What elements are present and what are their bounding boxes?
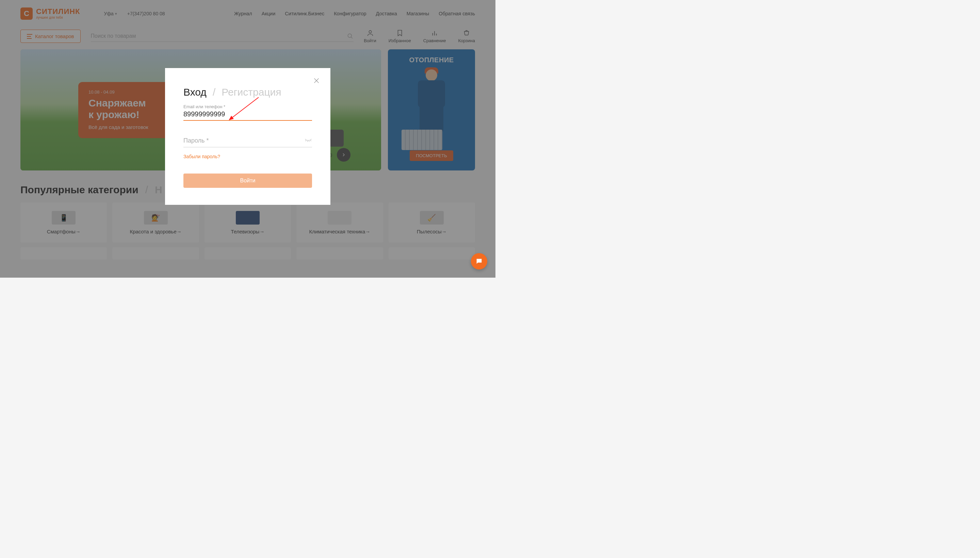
chat-icon (475, 258, 483, 265)
login-modal: Вход / Регистрация Email или телефон * З… (165, 68, 330, 205)
svg-line-10 (309, 141, 309, 142)
tab-sep: / (213, 87, 215, 98)
svg-line-9 (307, 141, 308, 142)
password-field-wrap (184, 136, 312, 147)
password-field[interactable] (184, 136, 312, 147)
chat-button[interactable] (471, 253, 487, 269)
email-field-wrap: Email или телефон * (184, 110, 312, 121)
tab-register[interactable]: Регистрация (222, 87, 281, 98)
eye-closed-icon[interactable] (305, 138, 312, 144)
modal-tabs: Вход / Регистрация (184, 87, 312, 98)
svg-line-11 (310, 140, 311, 141)
close-button[interactable] (313, 77, 320, 84)
svg-line-8 (305, 140, 306, 141)
email-label: Email или телефон * (184, 104, 225, 109)
login-submit-button[interactable]: Войти (184, 174, 312, 188)
email-field[interactable] (184, 110, 312, 121)
forgot-password-link[interactable]: Забыли пароль? (184, 154, 220, 159)
tab-login[interactable]: Вход (184, 87, 207, 98)
close-icon (313, 77, 320, 84)
